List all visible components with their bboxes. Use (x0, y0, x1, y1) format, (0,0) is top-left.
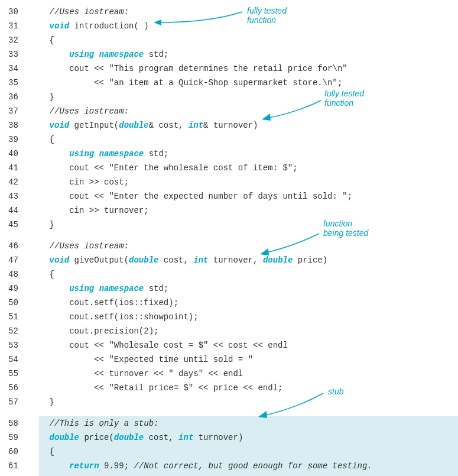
code-text: { (30, 132, 54, 147)
code-line: 51 cout.setf(ios::showpoint); (6, 310, 458, 324)
code-text: //Uses iostream: (30, 104, 129, 118)
annotation-fully-tested-2: fully testedfunction (324, 89, 364, 108)
line-number: 35 (6, 76, 30, 90)
code-line: 52 cout.precision(2); (6, 324, 458, 338)
code-text: //This is only a stub: (30, 416, 158, 430)
code-line: 55 << turnover << " days" << endl (6, 367, 458, 381)
code-text: cout.precision(2); (30, 324, 158, 338)
code-text: } (30, 90, 54, 104)
code-line: 34 cout << "This program determines the … (6, 61, 458, 76)
code-line: 43 cout << "Enter the expected number of… (6, 189, 458, 203)
code-line: 56 << "Retail price= $" << price << endl… (6, 381, 458, 395)
line-number: 56 (6, 381, 30, 395)
code-line: 50 cout.setf(ios::fixed); (6, 296, 458, 310)
code-line: 37 //Uses iostream: (6, 104, 458, 118)
code-text: cout.setf(ios::showpoint); (30, 310, 199, 324)
line-number: 50 (6, 296, 30, 310)
code-text: cin >> cost; (30, 175, 129, 189)
code-text: using namespace std; (30, 147, 168, 161)
code-text: void giveOutput(double cost, int turnove… (30, 253, 327, 267)
line-number: 49 (6, 281, 30, 296)
line-number: 54 (6, 352, 30, 367)
line-number: 62 (6, 473, 30, 476)
line-number: 39 (6, 132, 30, 147)
code-text: cout << "Wholesale cost = $" << cost << … (30, 338, 288, 352)
line-number: 57 (6, 395, 30, 409)
line-number: 59 (6, 430, 30, 445)
code-line: 39 { (6, 132, 458, 147)
line-number: 44 (6, 203, 30, 218)
line-number: 48 (6, 267, 30, 281)
code-text: { (30, 445, 54, 459)
line-number: 37 (6, 104, 30, 118)
code-line: 32 { (6, 33, 458, 47)
code-line: 38 void getInput(double& cost, int& turn… (6, 118, 458, 132)
code-line: 40 using namespace std; (6, 147, 458, 161)
line-number: 41 (6, 161, 30, 175)
code-text: cout << "Enter the expected number of da… (30, 189, 352, 203)
line-number: 40 (6, 147, 30, 161)
code-listing: 30 //Uses iostream:31 void introduction(… (6, 5, 458, 476)
code-line: 44 cin >> turnover; (6, 203, 458, 218)
code-text: { (30, 267, 54, 281)
code-text: << "an item at a Quick-Shop supermarket … (30, 76, 342, 90)
code-text: cout << "This program determines the ret… (30, 61, 347, 76)
code-line: 30 //Uses iostream: (6, 5, 458, 19)
line-number: 60 (6, 445, 30, 459)
line-number: 53 (6, 338, 30, 352)
line-number: 45 (6, 218, 30, 232)
annotation-being-tested: functionbeing tested (323, 219, 368, 238)
code-line: 35 << "an item at a Quick-Shop supermark… (6, 76, 458, 90)
code-text: double price(double cost, int turnover) (30, 430, 243, 445)
line-number: 31 (6, 19, 30, 33)
code-text: using namespace std; (30, 281, 168, 296)
code-text: //Uses iostream: (30, 239, 129, 253)
code-line: 53 cout << "Wholesale cost = $" << cost … (6, 338, 458, 352)
line-number: 55 (6, 367, 30, 381)
line-number: 32 (6, 33, 30, 47)
code-text: << "Expected time until sold = " (30, 352, 253, 367)
line-number: 51 (6, 310, 30, 324)
code-line: 46 //Uses iostream: (6, 239, 458, 253)
code-text: } (30, 395, 54, 409)
code-text: return 9.99; //Not correct, but good eno… (30, 459, 372, 473)
code-line: 47 void giveOutput(double cost, int turn… (6, 253, 458, 267)
code-line: 59 double price(double cost, int turnove… (6, 430, 458, 445)
code-line: 62 } (6, 473, 458, 476)
annotation-stub: stub (328, 387, 343, 396)
line-number: 47 (6, 253, 30, 267)
code-line: 31 void introduction( ) (6, 19, 458, 33)
code-line: 48 { (6, 267, 458, 281)
line-number: 38 (6, 118, 30, 132)
line-number: 33 (6, 47, 30, 61)
code-text: cout << "Enter the wholesale cost of ite… (30, 161, 298, 175)
annotation-fully-tested-1: fully testedfunction (247, 6, 287, 25)
line-number: 30 (6, 5, 30, 19)
code-text: } (30, 218, 54, 232)
code-line: 36 } (6, 90, 458, 104)
code-text: } (30, 473, 54, 476)
code-text: cin >> turnover; (30, 203, 149, 218)
code-line: 58 //This is only a stub: (6, 416, 458, 430)
code-line: 49 using namespace std; (6, 281, 458, 296)
code-text: << "Retail price= $" << price << endl; (30, 381, 282, 395)
line-number: 52 (6, 324, 30, 338)
code-line: 45 } (6, 218, 458, 232)
code-text: void introduction( ) (30, 19, 149, 33)
code-line: 57 } (6, 395, 458, 409)
code-line: 33 using namespace std; (6, 47, 458, 61)
code-text: void getInput(double& cost, int& turnove… (30, 118, 258, 132)
line-number: 34 (6, 61, 30, 76)
code-text: << turnover << " days" << endl (30, 367, 243, 381)
line-number: 46 (6, 239, 30, 253)
code-text: using namespace std; (30, 47, 168, 61)
line-number: 61 (6, 459, 30, 473)
code-line: 42 cin >> cost; (6, 175, 458, 189)
line-number: 43 (6, 189, 30, 203)
code-text: //Uses iostream: (30, 5, 129, 19)
code-line: 41 cout << "Enter the wholesale cost of … (6, 161, 458, 175)
line-number: 58 (6, 416, 30, 430)
line-number: 42 (6, 175, 30, 189)
code-line: 54 << "Expected time until sold = " (6, 352, 458, 367)
line-number: 36 (6, 90, 30, 104)
